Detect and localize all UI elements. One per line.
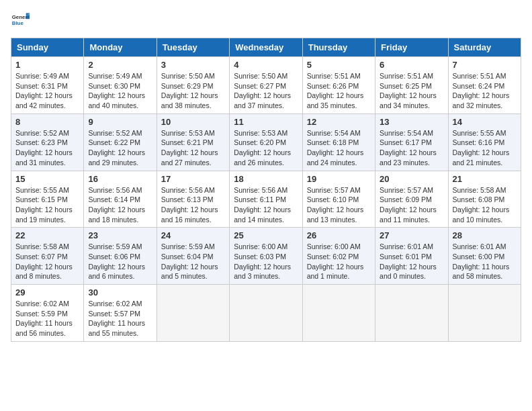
day-info: Sunrise: 5:50 AMSunset: 6:27 PMDaylight:… xyxy=(234,71,298,111)
calendar-day-cell: 13 Sunrise: 5:54 AMSunset: 6:17 PMDaylig… xyxy=(375,113,448,171)
day-header-friday: Friday xyxy=(375,38,448,57)
calendar-day-cell: 17 Sunrise: 5:56 AMSunset: 6:13 PMDaylig… xyxy=(157,171,229,228)
calendar-day-cell: 18 Sunrise: 5:56 AMSunset: 6:11 PMDaylig… xyxy=(230,171,302,228)
day-number: 28 xyxy=(453,230,517,240)
day-number: 26 xyxy=(307,230,371,240)
calendar-day-cell: 27 Sunrise: 6:01 AMSunset: 6:01 PMDaylig… xyxy=(375,228,448,285)
calendar-day-cell: 26 Sunrise: 6:00 AMSunset: 6:02 PMDaylig… xyxy=(302,228,375,285)
calendar-week-row: 22 Sunrise: 5:58 AMSunset: 6:07 PMDaylig… xyxy=(11,228,521,285)
day-info: Sunrise: 5:51 AMSunset: 6:24 PMDaylight:… xyxy=(453,71,517,111)
day-info: Sunrise: 5:55 AMSunset: 6:15 PMDaylight:… xyxy=(15,185,79,225)
day-info: Sunrise: 5:53 AMSunset: 6:20 PMDaylight:… xyxy=(234,128,298,168)
calendar-day-cell: 14 Sunrise: 5:55 AMSunset: 6:16 PMDaylig… xyxy=(448,113,521,171)
day-number: 14 xyxy=(453,117,517,127)
calendar-empty-cell xyxy=(230,285,302,342)
day-info: Sunrise: 5:50 AMSunset: 6:29 PMDaylight:… xyxy=(161,71,225,111)
day-number: 8 xyxy=(15,117,79,127)
day-number: 5 xyxy=(307,60,371,70)
day-info: Sunrise: 6:00 AMSunset: 6:02 PMDaylight:… xyxy=(307,242,371,281)
day-info: Sunrise: 5:55 AMSunset: 6:16 PMDaylight:… xyxy=(453,128,517,168)
day-number: 24 xyxy=(161,230,225,240)
calendar-day-cell: 3 Sunrise: 5:50 AMSunset: 6:29 PMDayligh… xyxy=(157,57,229,114)
calendar-week-row: 8 Sunrise: 5:52 AMSunset: 6:23 PMDayligh… xyxy=(11,113,521,171)
day-number: 27 xyxy=(380,230,443,240)
calendar-day-cell: 1 Sunrise: 5:49 AMSunset: 6:31 PMDayligh… xyxy=(11,57,84,114)
day-number: 10 xyxy=(161,117,225,127)
calendar-day-cell: 29 Sunrise: 6:02 AMSunset: 5:59 PMDaylig… xyxy=(11,285,84,342)
calendar-day-cell: 22 Sunrise: 5:58 AMSunset: 6:07 PMDaylig… xyxy=(11,228,84,285)
day-number: 19 xyxy=(307,174,371,184)
day-number: 21 xyxy=(453,174,517,184)
day-number: 3 xyxy=(161,60,225,70)
day-info: Sunrise: 6:02 AMSunset: 5:57 PMDaylight:… xyxy=(88,299,152,338)
day-number: 16 xyxy=(88,174,152,184)
day-number: 11 xyxy=(234,117,298,127)
day-number: 7 xyxy=(453,60,517,70)
day-info: Sunrise: 5:51 AMSunset: 6:25 PMDaylight:… xyxy=(380,71,443,111)
day-info: Sunrise: 5:58 AMSunset: 6:07 PMDaylight:… xyxy=(15,242,79,281)
day-info: Sunrise: 5:59 AMSunset: 6:06 PMDaylight:… xyxy=(88,242,152,281)
day-number: 30 xyxy=(88,287,152,298)
calendar-header-row: SundayMondayTuesdayWednesdayThursdayFrid… xyxy=(11,38,521,57)
logo: General Blue xyxy=(11,11,32,30)
calendar-empty-cell xyxy=(302,285,375,342)
calendar-day-cell: 12 Sunrise: 5:54 AMSunset: 6:18 PMDaylig… xyxy=(302,113,375,171)
calendar-empty-cell xyxy=(375,285,448,342)
day-info: Sunrise: 5:51 AMSunset: 6:26 PMDaylight:… xyxy=(307,71,371,111)
day-info: Sunrise: 5:58 AMSunset: 6:08 PMDaylight:… xyxy=(453,185,517,225)
day-header-wednesday: Wednesday xyxy=(230,38,302,57)
calendar-day-cell: 7 Sunrise: 5:51 AMSunset: 6:24 PMDayligh… xyxy=(448,57,521,114)
calendar-day-cell: 2 Sunrise: 5:49 AMSunset: 6:30 PMDayligh… xyxy=(84,57,157,114)
day-header-monday: Monday xyxy=(84,38,157,57)
day-number: 25 xyxy=(234,230,298,240)
day-number: 6 xyxy=(380,60,443,70)
day-info: Sunrise: 5:49 AMSunset: 6:31 PMDaylight:… xyxy=(15,71,79,111)
day-number: 18 xyxy=(234,174,298,184)
day-number: 29 xyxy=(15,287,79,298)
calendar-week-row: 29 Sunrise: 6:02 AMSunset: 5:59 PMDaylig… xyxy=(11,285,521,342)
day-info: Sunrise: 5:56 AMSunset: 6:13 PMDaylight:… xyxy=(161,185,225,225)
calendar-week-row: 15 Sunrise: 5:55 AMSunset: 6:15 PMDaylig… xyxy=(11,171,521,228)
day-info: Sunrise: 6:01 AMSunset: 6:00 PMDaylight:… xyxy=(453,242,517,281)
day-info: Sunrise: 5:57 AMSunset: 6:10 PMDaylight:… xyxy=(307,185,371,225)
day-info: Sunrise: 5:54 AMSunset: 6:17 PMDaylight:… xyxy=(380,128,443,168)
day-info: Sunrise: 5:56 AMSunset: 6:14 PMDaylight:… xyxy=(88,185,152,225)
calendar-day-cell: 15 Sunrise: 5:55 AMSunset: 6:15 PMDaylig… xyxy=(11,171,84,228)
calendar-day-cell: 4 Sunrise: 5:50 AMSunset: 6:27 PMDayligh… xyxy=(230,57,302,114)
calendar-day-cell: 30 Sunrise: 6:02 AMSunset: 5:57 PMDaylig… xyxy=(84,285,157,342)
day-info: Sunrise: 6:00 AMSunset: 6:03 PMDaylight:… xyxy=(234,242,298,281)
day-number: 9 xyxy=(88,117,152,127)
calendar-day-cell: 19 Sunrise: 5:57 AMSunset: 6:10 PMDaylig… xyxy=(302,171,375,228)
calendar-day-cell: 5 Sunrise: 5:51 AMSunset: 6:26 PMDayligh… xyxy=(302,57,375,114)
day-header-saturday: Saturday xyxy=(448,38,521,57)
calendar-day-cell: 16 Sunrise: 5:56 AMSunset: 6:14 PMDaylig… xyxy=(84,171,157,228)
day-info: Sunrise: 5:53 AMSunset: 6:21 PMDaylight:… xyxy=(161,128,225,168)
day-number: 4 xyxy=(234,60,298,70)
calendar-day-cell: 24 Sunrise: 5:59 AMSunset: 6:04 PMDaylig… xyxy=(157,228,229,285)
day-number: 22 xyxy=(15,230,79,240)
day-info: Sunrise: 5:56 AMSunset: 6:11 PMDaylight:… xyxy=(234,185,298,225)
day-info: Sunrise: 5:59 AMSunset: 6:04 PMDaylight:… xyxy=(161,242,225,281)
calendar-day-cell: 20 Sunrise: 5:57 AMSunset: 6:09 PMDaylig… xyxy=(375,171,448,228)
day-number: 17 xyxy=(161,174,225,184)
day-info: Sunrise: 5:52 AMSunset: 6:23 PMDaylight:… xyxy=(15,128,79,168)
day-number: 1 xyxy=(15,60,79,70)
svg-text:Blue: Blue xyxy=(12,20,24,26)
day-header-tuesday: Tuesday xyxy=(157,38,229,57)
day-info: Sunrise: 6:02 AMSunset: 5:59 PMDaylight:… xyxy=(15,299,79,338)
calendar-day-cell: 25 Sunrise: 6:00 AMSunset: 6:03 PMDaylig… xyxy=(230,228,302,285)
day-number: 20 xyxy=(380,174,443,184)
day-header-sunday: Sunday xyxy=(11,38,84,57)
day-number: 15 xyxy=(15,174,79,184)
calendar-day-cell: 6 Sunrise: 5:51 AMSunset: 6:25 PMDayligh… xyxy=(375,57,448,114)
logo-icon: General Blue xyxy=(11,11,30,30)
calendar-day-cell: 23 Sunrise: 5:59 AMSunset: 6:06 PMDaylig… xyxy=(84,228,157,285)
day-info: Sunrise: 6:01 AMSunset: 6:01 PMDaylight:… xyxy=(380,242,443,281)
calendar-day-cell: 21 Sunrise: 5:58 AMSunset: 6:08 PMDaylig… xyxy=(448,171,521,228)
calendar-day-cell: 9 Sunrise: 5:52 AMSunset: 6:22 PMDayligh… xyxy=(84,113,157,171)
day-number: 13 xyxy=(380,117,443,127)
day-info: Sunrise: 5:49 AMSunset: 6:30 PMDaylight:… xyxy=(88,71,152,111)
calendar-day-cell: 11 Sunrise: 5:53 AMSunset: 6:20 PMDaylig… xyxy=(230,113,302,171)
calendar-day-cell: 10 Sunrise: 5:53 AMSunset: 6:21 PMDaylig… xyxy=(157,113,229,171)
calendar-empty-cell xyxy=(448,285,521,342)
